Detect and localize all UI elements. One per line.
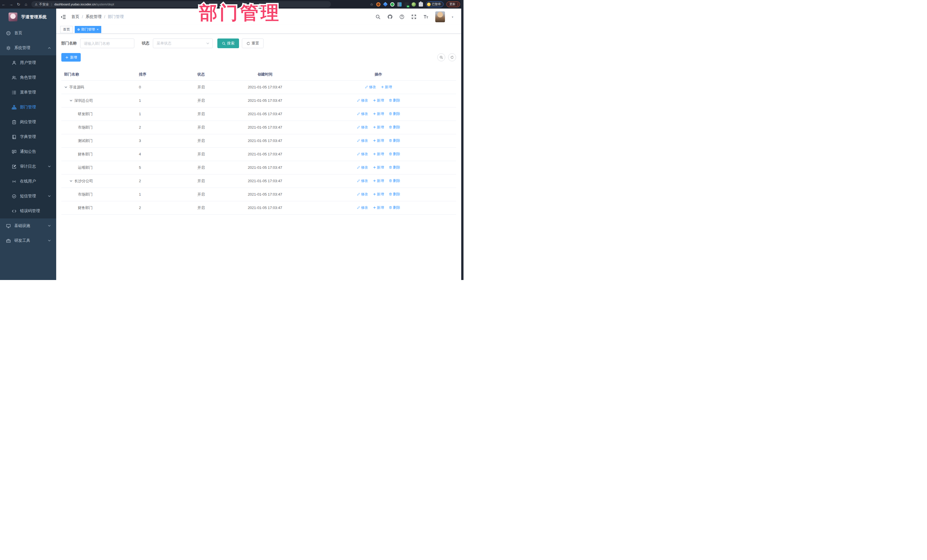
breadcrumb-system[interactable]: 系统管理	[85, 14, 102, 20]
extension-icon-squares[interactable]	[397, 2, 401, 6]
edit-doc-icon	[12, 164, 17, 169]
add-child-link[interactable]: 新增	[373, 152, 384, 156]
github-icon[interactable]	[388, 14, 392, 20]
filter-form: 部门名称 状态 菜单状态 搜索 重置	[61, 38, 456, 48]
tree-expand-icon[interactable]	[69, 179, 73, 183]
browser-menu-icon[interactable]	[457, 3, 458, 6]
sidebar-item-sms[interactable]: 短信管理	[0, 189, 56, 203]
forward-icon[interactable]: →	[8, 2, 15, 6]
extension-icon-switch[interactable]	[404, 2, 409, 6]
delete-link[interactable]: 删除	[389, 125, 400, 130]
sidebar-item-home[interactable]: 首页	[0, 26, 56, 41]
home-icon[interactable]: ⌂	[22, 2, 30, 6]
search-button[interactable]: 搜索	[217, 38, 239, 48]
sidebar-item-posts[interactable]: 岗位管理	[0, 115, 56, 129]
add-child-link[interactable]: 新增	[373, 192, 384, 197]
edit-link[interactable]: 修改	[357, 152, 368, 156]
sidebar-item-system[interactable]: 系统管理	[0, 41, 56, 55]
tree-expand-icon[interactable]	[69, 99, 73, 102]
dept-name: 财务部门	[78, 205, 93, 211]
dept-name-input[interactable]	[80, 38, 134, 48]
help-icon[interactable]	[399, 14, 404, 20]
sidebar-fold-icon[interactable]	[61, 14, 66, 20]
sidebar-item-notice[interactable]: 通知公告	[0, 144, 56, 159]
add-child-link[interactable]: 新增	[373, 138, 384, 143]
url-host: dashboard.yudao.iocoder.cn	[54, 3, 96, 6]
add-child-link[interactable]: 新增	[373, 179, 384, 183]
tree-expand-icon[interactable]	[64, 85, 68, 89]
address-bar[interactable]: ⚠ 不安全 | dashboard.yudao.iocoder.cn /syst…	[31, 1, 331, 8]
tab-departments[interactable]: 部门管理 ×	[75, 26, 101, 33]
edit-link[interactable]: 修改	[357, 205, 368, 210]
sidebar-item-label: 审计日志	[20, 164, 36, 169]
search-icon[interactable]	[375, 14, 380, 20]
trash-icon	[389, 99, 392, 102]
delete-link[interactable]: 删除	[389, 205, 400, 210]
edit-link[interactable]: 修改	[357, 98, 368, 103]
tags-view-bar: 首页 部门管理 ×	[56, 25, 461, 33]
back-icon[interactable]: ←	[0, 2, 8, 6]
delete-link[interactable]: 删除	[389, 111, 400, 116]
caret-down-icon[interactable]: ▾	[452, 15, 453, 18]
breadcrumb-home[interactable]: 首页	[71, 14, 79, 20]
add-button[interactable]: 新增	[61, 53, 81, 62]
reset-button[interactable]: 重置	[242, 38, 264, 48]
tab-home[interactable]: 首页	[60, 26, 73, 33]
sidebar-item-audit-log[interactable]: 审计日志	[0, 159, 56, 174]
close-icon[interactable]: ×	[97, 28, 99, 31]
toggle-search-button[interactable]	[437, 53, 445, 61]
app-logo-row[interactable]: 芋道管理系统	[0, 9, 56, 25]
sidebar-item-online-users[interactable]: 在线用户	[0, 174, 56, 189]
fullscreen-icon[interactable]	[411, 14, 416, 20]
breadcrumb: 首页 / 系统管理 / 部门管理	[71, 14, 124, 20]
extension-icon-green[interactable]	[390, 2, 395, 6]
avatar[interactable]	[435, 11, 445, 22]
edit-link[interactable]: 修改	[365, 85, 376, 90]
status-select[interactable]: 菜单状态	[153, 38, 213, 48]
edit-link[interactable]: 修改	[357, 192, 368, 197]
message-icon	[12, 149, 17, 154]
delete-link[interactable]: 删除	[389, 138, 400, 143]
sidebar-item-dict[interactable]: 字典管理	[0, 129, 56, 144]
delete-link[interactable]: 删除	[389, 152, 400, 156]
delete-link[interactable]: 删除	[389, 98, 400, 103]
plus-icon	[373, 206, 376, 209]
sidebar-item-error-codes[interactable]: 错误码管理	[0, 203, 56, 219]
delete-link[interactable]: 删除	[389, 179, 400, 183]
sidebar-item-dev-tools[interactable]: 研发工具	[0, 233, 56, 248]
extension-icon-orange[interactable]	[376, 2, 380, 6]
extension-icon-key[interactable]	[412, 2, 416, 6]
edit-link[interactable]: 修改	[357, 138, 368, 143]
dept-sort: 5	[136, 161, 195, 174]
reload-icon[interactable]: ↻	[15, 2, 22, 6]
delete-link[interactable]: 删除	[389, 192, 400, 197]
browser-update-button[interactable]: 更新	[447, 2, 460, 7]
sidebar-item-label: 字典管理	[20, 134, 36, 140]
sidebar-item-infrastructure[interactable]: 基础设施	[0, 219, 56, 233]
add-child-link[interactable]: 新增	[373, 111, 384, 116]
edit-link[interactable]: 修改	[357, 111, 368, 116]
delete-link[interactable]: 删除	[389, 165, 400, 170]
dept-name: 测试部门	[78, 138, 93, 143]
font-size-icon[interactable]	[423, 14, 429, 20]
add-child-link[interactable]: 新增	[373, 205, 384, 210]
gear-icon	[6, 46, 11, 50]
scrollbar-track[interactable]	[461, 0, 464, 280]
edit-link[interactable]: 修改	[357, 165, 368, 170]
add-child-link[interactable]: 新增	[373, 125, 384, 130]
add-child-link[interactable]: 新增	[381, 85, 392, 90]
bookmark-star-icon[interactable]: ☆	[370, 2, 373, 6]
add-child-link[interactable]: 新增	[373, 98, 384, 103]
sidebar-item-roles[interactable]: 角色管理	[0, 70, 56, 85]
dept-sort: 3	[136, 134, 195, 147]
refresh-table-button[interactable]	[448, 53, 456, 61]
extensions-puzzle-icon[interactable]	[419, 2, 423, 6]
edit-link[interactable]: 修改	[357, 125, 368, 130]
sidebar-item-menus[interactable]: 菜单管理	[0, 85, 56, 100]
sidebar-item-departments[interactable]: 部门管理	[0, 100, 56, 115]
sidebar-item-users[interactable]: 用户管理	[0, 55, 56, 70]
extension-icon-gem[interactable]	[383, 2, 388, 7]
add-child-link[interactable]: 新增	[373, 165, 384, 170]
edit-link[interactable]: 修改	[357, 179, 368, 183]
browser-profile-chip[interactable]: 已暂停	[426, 2, 444, 7]
